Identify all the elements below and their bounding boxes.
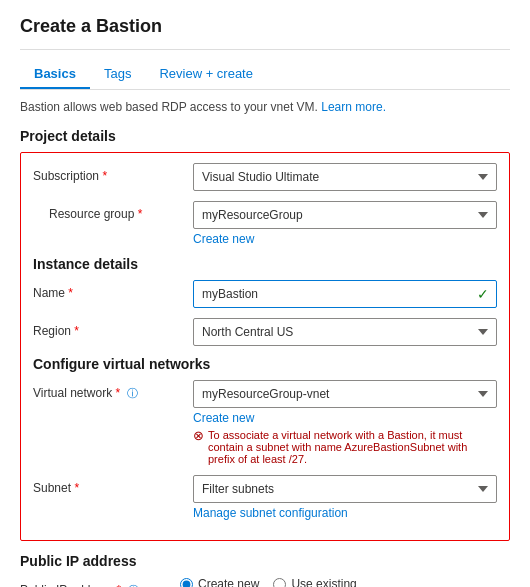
tabs-bar: Basics Tags Review + create: [20, 60, 510, 90]
region-select[interactable]: North Central US: [193, 318, 497, 346]
tab-basics[interactable]: Basics: [20, 60, 90, 89]
divider: [20, 49, 510, 50]
subnet-select[interactable]: Filter subnets: [193, 475, 497, 503]
subscription-select[interactable]: Visual Studio Ultimate: [193, 163, 497, 191]
subnet-field-row: Subnet * Filter subnets Manage subnet co…: [33, 475, 497, 520]
radio-use-existing[interactable]: Use existing: [273, 577, 356, 587]
public-ip-radio-group: Create new Use existing: [180, 577, 510, 587]
name-control: ✓: [193, 280, 497, 308]
vnet-field-row: Virtual network * ⓘ myResourceGroup-vnet…: [33, 380, 497, 465]
vnet-label: Virtual network * ⓘ: [33, 380, 193, 401]
vnet-create-new[interactable]: Create new: [193, 411, 254, 425]
resource-group-create-new[interactable]: Create new: [193, 232, 254, 246]
public-ip-section: Public IP address Public IP address * ⓘ …: [20, 553, 510, 587]
instance-details-title: Instance details: [33, 256, 497, 272]
subscription-field-row: Subscription * Visual Studio Ultimate: [33, 163, 497, 191]
public-ip-radio-control: Create new Use existing: [180, 577, 510, 587]
vnet-section-title: Configure virtual networks: [33, 356, 497, 372]
resource-group-label: Resource group *: [33, 201, 193, 221]
region-label: Region *: [33, 318, 193, 338]
learn-more-link[interactable]: Learn more.: [321, 100, 386, 114]
subnet-control: Filter subnets Manage subnet configurati…: [193, 475, 497, 520]
name-field-row: Name * ✓: [33, 280, 497, 308]
public-ip-radio-row: Public IP address * ⓘ Create new Use exi…: [20, 577, 510, 587]
description-text: Bastion allows web based RDP access to y…: [20, 100, 510, 114]
vnet-select[interactable]: myResourceGroup-vnet: [193, 380, 497, 408]
project-instance-box: Subscription * Visual Studio Ultimate Re…: [20, 152, 510, 541]
public-ip-title: Public IP address: [20, 553, 510, 569]
subscription-control: Visual Studio Ultimate: [193, 163, 497, 191]
tab-review-create[interactable]: Review + create: [145, 60, 267, 89]
resource-group-select[interactable]: myResourceGroup: [193, 201, 497, 229]
manage-subnet-link[interactable]: Manage subnet configuration: [193, 506, 348, 520]
page-title: Create a Bastion: [20, 16, 510, 37]
vnet-error-icon: ⊗: [193, 428, 204, 443]
public-ip-radio-label: Public IP address * ⓘ: [20, 577, 180, 587]
resource-group-control: myResourceGroup Create new: [193, 201, 497, 246]
project-details-section: Project details Subscription * Visual St…: [20, 128, 510, 587]
radio-create-new-input[interactable]: [180, 578, 193, 588]
subscription-label: Subscription *: [33, 163, 193, 183]
vnet-info-icon: ⓘ: [127, 387, 138, 399]
name-valid-icon: ✓: [477, 286, 489, 302]
resource-group-field-row: Resource group * myResourceGroup Create …: [33, 201, 497, 246]
tab-tags[interactable]: Tags: [90, 60, 145, 89]
project-details-title: Project details: [20, 128, 510, 144]
region-control: North Central US: [193, 318, 497, 346]
name-input[interactable]: [193, 280, 497, 308]
vnet-error-message: ⊗ To associate a virtual network with a …: [193, 429, 497, 465]
radio-create-new[interactable]: Create new: [180, 577, 259, 587]
radio-use-existing-input[interactable]: [273, 578, 286, 588]
vnet-control: myResourceGroup-vnet Create new ⊗ To ass…: [193, 380, 497, 465]
subnet-label: Subnet *: [33, 475, 193, 495]
name-label: Name *: [33, 280, 193, 300]
region-field-row: Region * North Central US: [33, 318, 497, 346]
